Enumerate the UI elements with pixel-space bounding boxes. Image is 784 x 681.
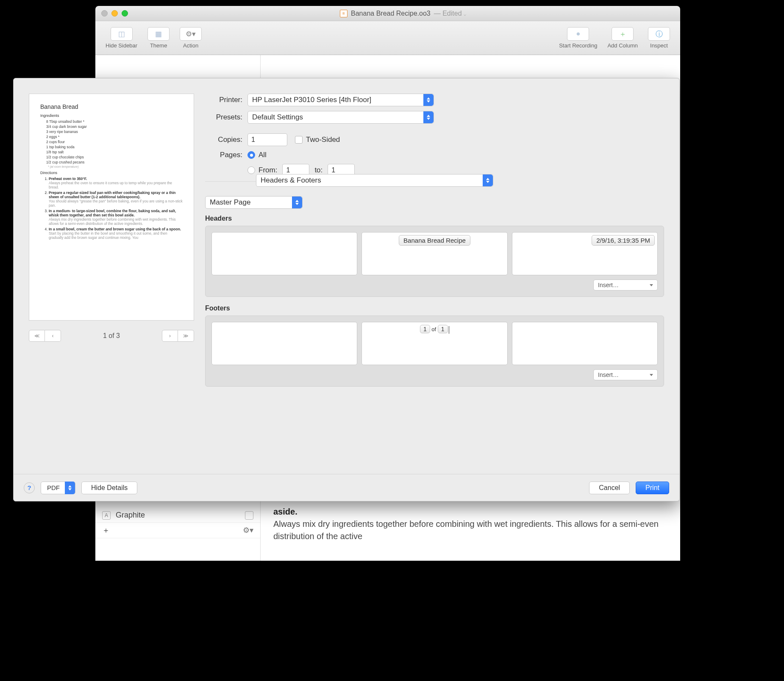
- footer-center-input[interactable]: 1 of 1: [361, 322, 507, 365]
- minimize-window-button[interactable]: [111, 10, 118, 17]
- edited-indicator[interactable]: — Edited ⌵: [434, 10, 466, 17]
- footer-insert-menu[interactable]: Insert…: [593, 369, 658, 380]
- toolbar: ◫Hide Sidebar ▦Theme ⚙︎▾Action ●Start Re…: [95, 21, 680, 55]
- start-recording-button[interactable]: ●Start Recording: [554, 27, 602, 49]
- footer-left-input[interactable]: [211, 322, 357, 365]
- titlebar: ≡ Banana Bread Recipe.oo3 — Edited ⌵: [95, 6, 680, 21]
- close-window-button[interactable]: [101, 10, 108, 17]
- header-insert-menu[interactable]: Insert…: [593, 280, 658, 291]
- header-right-input[interactable]: 2/9/16, 3:19:35 PM: [512, 232, 658, 275]
- cancel-button[interactable]: Cancel: [589, 482, 630, 494]
- pdf-menu[interactable]: PDF: [41, 482, 75, 494]
- hide-details-button[interactable]: Hide Details: [81, 482, 137, 494]
- master-page-select[interactable]: Master Page: [205, 196, 303, 209]
- printer-label: Printer:: [205, 96, 247, 104]
- print-preview: Banana Bread Ingredients 8 Tbsp unsalted…: [29, 94, 194, 321]
- plus-icon: ＋: [102, 525, 110, 535]
- next-page-button[interactable]: ›: [162, 330, 178, 342]
- pages-label: Pages:: [205, 151, 247, 159]
- page-indicator: 1 of 3: [103, 332, 120, 340]
- action-button[interactable]: ⚙︎▾Action: [175, 27, 207, 49]
- pages-all-radio[interactable]: [247, 151, 255, 159]
- presets-label: Presets:: [205, 113, 247, 122]
- footers-panel: 1 of 1 Insert…: [205, 316, 664, 387]
- maximize-window-button[interactable]: [122, 10, 128, 17]
- prev-page-button[interactable]: ‹: [45, 330, 61, 342]
- print-dialog: Banana Bread Ingredients 8 Tbsp unsalted…: [13, 78, 680, 501]
- theme-button[interactable]: ▦Theme: [142, 27, 175, 49]
- window-title: Banana Bread Recipe.oo3: [351, 10, 431, 17]
- copies-label: Copies:: [205, 136, 247, 144]
- add-column-button[interactable]: ＋Add Column: [602, 27, 643, 49]
- style-swatch-icon: A: [102, 511, 111, 520]
- print-section-select[interactable]: Headers & Footers: [256, 174, 493, 187]
- inspect-button[interactable]: ⓘInspect: [643, 27, 675, 49]
- footers-label: Footers: [205, 305, 664, 312]
- presets-select[interactable]: Default Settings: [247, 111, 434, 124]
- print-button[interactable]: Print: [636, 482, 669, 494]
- two-sided-label: Two-Sided: [306, 136, 340, 144]
- last-page-button[interactable]: ≫: [178, 330, 194, 342]
- help-button[interactable]: ?: [24, 482, 35, 493]
- pages-from-radio[interactable]: [247, 166, 255, 174]
- printer-select[interactable]: HP LaserJet P3010 Series [4th Floor]: [247, 94, 434, 106]
- document-icon: ≡: [340, 10, 348, 17]
- headers-label: Headers: [205, 215, 664, 222]
- checkbox-icon[interactable]: [245, 511, 253, 520]
- first-page-button[interactable]: ≪: [29, 330, 45, 342]
- footer-right-input[interactable]: [512, 322, 658, 365]
- headers-panel: Banana Bread Recipe 2/9/16, 3:19:35 PM I…: [205, 226, 664, 297]
- gear-icon[interactable]: ⚙︎▾: [243, 526, 253, 535]
- copies-input[interactable]: 1: [247, 133, 287, 146]
- header-left-input[interactable]: [211, 232, 357, 275]
- sidebar-row-graphite[interactable]: A Graphite: [95, 508, 260, 523]
- header-center-input[interactable]: Banana Bread Recipe: [361, 232, 507, 275]
- two-sided-checkbox[interactable]: [295, 136, 303, 144]
- hide-sidebar-button[interactable]: ◫Hide Sidebar: [100, 27, 142, 49]
- sidebar-add-row[interactable]: ＋ ⚙︎▾: [95, 523, 260, 538]
